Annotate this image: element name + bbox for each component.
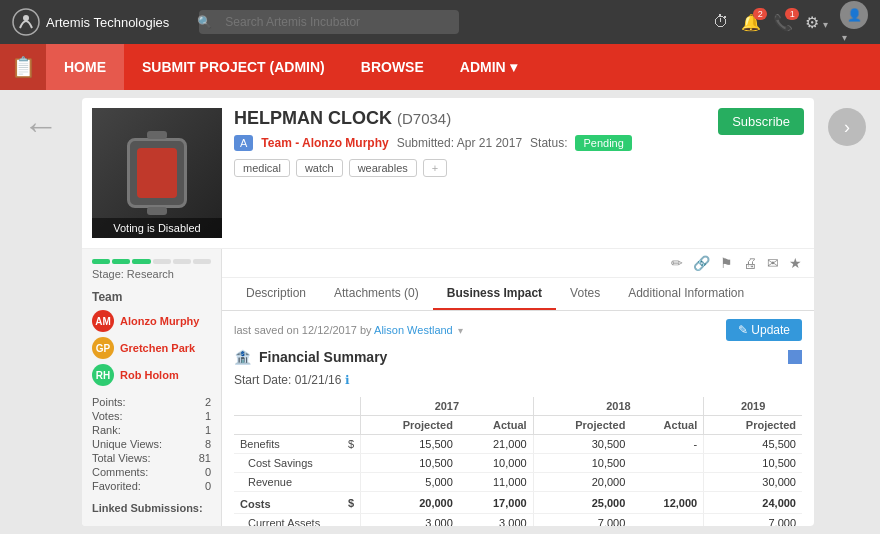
tag-medical[interactable]: medical: [234, 159, 290, 177]
cell-cost-savings-proj-2019: 10,500: [704, 454, 802, 473]
cell-benefits-label: Benefits: [234, 435, 344, 454]
brand-name: Artemis Technologies: [46, 15, 169, 30]
flag-icon[interactable]: ⚑: [720, 255, 733, 271]
stat-total-views: Total Views: 81: [92, 452, 211, 464]
cell-revenue-proj-2017: 5,000: [361, 473, 459, 492]
cell-cost-savings-label: Cost Savings: [234, 454, 344, 473]
table-sub-header-row: Projected Actual Projected Actual Projec…: [234, 416, 802, 435]
back-arrow[interactable]: ←: [23, 108, 59, 144]
content-tabs: Description Attachments (0) Business Imp…: [222, 278, 814, 311]
info-icon[interactable]: ℹ: [345, 373, 350, 387]
stat-unique-value: 8: [205, 438, 211, 450]
card-sidebar: Stage: Research Team AM Alonzo Murphy GP…: [82, 249, 222, 526]
table-year-header-row: 2017 2018 2019: [234, 397, 802, 416]
print-icon[interactable]: 🖨: [743, 255, 757, 271]
stat-total-value: 81: [199, 452, 211, 464]
nav-home[interactable]: HOME: [46, 44, 124, 90]
brand-logo[interactable]: Artemis Technologies: [12, 8, 169, 36]
tab-business-impact[interactable]: Business Impact: [433, 278, 556, 310]
col-header-label: [234, 397, 344, 416]
cell-benefits-dollar: $: [344, 435, 361, 454]
stat-comments-label: Comments:: [92, 466, 148, 478]
tab-votes[interactable]: Votes: [556, 278, 614, 310]
member-name-2[interactable]: Gretchen Park: [120, 342, 195, 354]
svg-point-1: [23, 15, 29, 21]
project-title: HELPMAN CLOCK (D7034): [234, 108, 451, 129]
right-panel: ›: [822, 98, 872, 526]
saved-author-link[interactable]: Alison Westland: [374, 324, 453, 336]
collapse-icon[interactable]: [788, 350, 802, 364]
search-container: 🔍: [189, 10, 449, 34]
stage-bar-5: [173, 259, 191, 264]
chevron-down-icon[interactable]: ▾: [458, 325, 463, 336]
action-icons-bar: ✏ 🔗 ⚑ 🖨 ✉ ★: [222, 249, 814, 278]
edit-icon[interactable]: ✏: [671, 255, 683, 271]
cell-revenue-proj-2019: 30,000: [704, 473, 802, 492]
search-input[interactable]: [199, 10, 459, 34]
stat-favorited-label: Favorited:: [92, 480, 141, 492]
tab-description[interactable]: Description: [232, 278, 320, 310]
nav-submit-project[interactable]: SUBMIT PROJECT (ADMIN): [124, 44, 343, 90]
avatar-wrapper[interactable]: 👤 ▾: [840, 1, 868, 44]
col-header-dollar: [344, 397, 361, 416]
star-icon[interactable]: ★: [789, 255, 802, 271]
team-section-label: Team: [92, 290, 211, 304]
cell-benefits-actual-2017: 21,000: [459, 435, 533, 454]
update-button[interactable]: ✎ Update: [726, 319, 802, 341]
stat-comments: Comments: 0: [92, 466, 211, 478]
tag-add-button[interactable]: +: [423, 159, 447, 177]
team-name[interactable]: Team - Alonzo Murphy: [261, 136, 388, 150]
tab-attachments[interactable]: Attachments (0): [320, 278, 433, 310]
avatar-dropdown-indicator: ▾: [842, 32, 847, 43]
forward-arrow[interactable]: ›: [828, 108, 866, 146]
gear-icon-wrapper[interactable]: ⚙ ▾: [805, 13, 828, 32]
stat-rank-label: Rank:: [92, 424, 121, 436]
cell-cost-savings-proj-2018: 10,500: [533, 454, 631, 473]
nav-logo: 📋: [0, 44, 46, 90]
cell-revenue-label: Revenue: [234, 473, 344, 492]
saved-text: last saved on 12/12/2017 by Alison Westl…: [234, 324, 463, 336]
project-title-text: HELPMAN CLOCK: [234, 108, 392, 128]
bell-icon-wrapper[interactable]: 🔔 2: [741, 13, 761, 32]
cell-current-assets-proj-2018: 7,000: [533, 514, 631, 527]
stage-bar-3: [132, 259, 150, 264]
stats-section: Points: 2 Votes: 1 Rank: 1 Unique Views:…: [92, 396, 211, 492]
stat-unique-views: Unique Views: 8: [92, 438, 211, 450]
member-name-1[interactable]: Alonzo Murphy: [120, 315, 199, 327]
nav-admin[interactable]: ADMIN ▾: [442, 44, 535, 90]
table-row-revenue: Revenue 5,000 11,000 20,000 30,000: [234, 473, 802, 492]
cell-costs-label: Costs: [234, 492, 344, 514]
tag-wearables[interactable]: wearables: [349, 159, 417, 177]
sub-header-dollar: [344, 416, 361, 435]
saved-bar: last saved on 12/12/2017 by Alison Westl…: [234, 319, 802, 341]
sub-header-proj-2017: Projected: [361, 416, 459, 435]
top-navigation: Artemis Technologies 🔍 ⏱ 🔔 2 📞 1 ⚙ ▾ 👤 ▾: [0, 0, 880, 44]
linked-submissions: Linked Submissions:: [92, 502, 211, 514]
project-info: HELPMAN CLOCK (D7034) Subscribe A Team -…: [234, 108, 804, 238]
stage-bar-2: [112, 259, 130, 264]
tab-additional-info[interactable]: Additional Information: [614, 278, 758, 310]
member-name-3[interactable]: Rob Holom: [120, 369, 179, 381]
email-icon[interactable]: ✉: [767, 255, 779, 271]
cell-costs-dollar: $: [344, 492, 361, 514]
card-body: Stage: Research Team AM Alonzo Murphy GP…: [82, 249, 814, 526]
subscribe-button[interactable]: Subscribe: [718, 108, 804, 135]
cell-costs-proj-2018: 25,000: [533, 492, 631, 514]
tag-watch[interactable]: watch: [296, 159, 343, 177]
phone-icon-wrapper[interactable]: 📞 1: [773, 13, 793, 32]
nav-browse[interactable]: BROWSE: [343, 44, 442, 90]
project-image: Voting is Disabled: [92, 108, 222, 238]
sub-header-actual-2018: Actual: [631, 416, 703, 435]
link-icon[interactable]: 🔗: [693, 255, 710, 271]
stage-bar-6: [193, 259, 211, 264]
cell-cost-savings-actual-2017: 10,000: [459, 454, 533, 473]
card-main-panel: ✏ 🔗 ⚑ 🖨 ✉ ★ Description Attachments (0) …: [222, 249, 814, 526]
stat-unique-label: Unique Views:: [92, 438, 162, 450]
cell-revenue-actual-2018: [631, 473, 703, 492]
voting-disabled-overlay: Voting is Disabled: [92, 218, 222, 238]
saved-text-prefix: last saved on 12/12/2017 by: [234, 324, 372, 336]
stat-comments-value: 0: [205, 466, 211, 478]
team-member-1: AM Alonzo Murphy: [92, 310, 211, 332]
clock-icon-wrapper[interactable]: ⏱: [713, 13, 729, 31]
financial-summary-header: 🏦 Financial Summary: [234, 349, 802, 365]
